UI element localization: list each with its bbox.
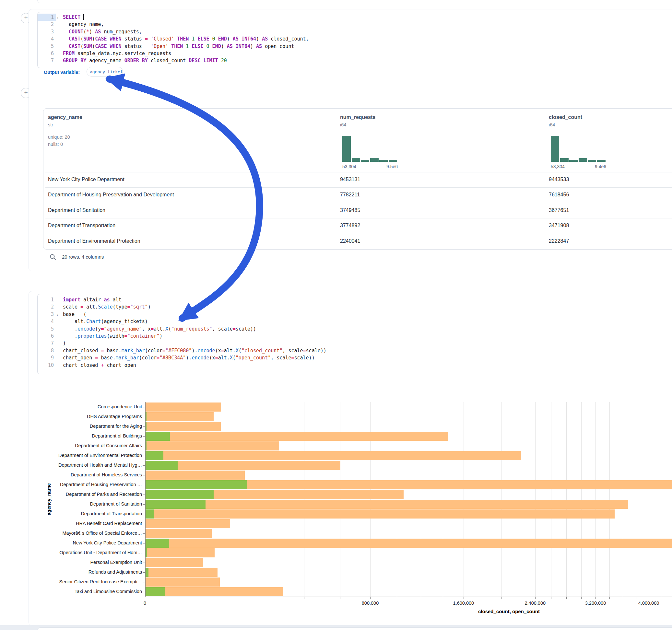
previous-cell-edge xyxy=(37,0,672,3)
code-line[interactable]: 9chart_open = base.mark_bar(color="#8BC3… xyxy=(38,354,672,361)
python-cell: 1import altair as alt2scale = alt.Scale(… xyxy=(28,291,672,626)
code-line[interactable]: 10chart_closed + chart_open xyxy=(38,362,672,369)
code-line[interactable]: 2scale = alt.Scale(type="sqrt") xyxy=(38,303,672,311)
histogram-bar xyxy=(352,158,360,162)
table-cell[interactable]: 9453131 xyxy=(340,177,360,183)
histogram-bar xyxy=(379,160,388,162)
code-line[interactable]: 3∨base = ( xyxy=(38,311,672,318)
histogram-max-label: 9.4e6 xyxy=(583,164,606,169)
line-number: 10 xyxy=(38,362,56,369)
code-line[interactable]: 6 .properties(width="container") xyxy=(38,333,672,340)
table-cell[interactable]: New York City Police Department xyxy=(48,177,124,183)
table-cell[interactable]: 2240041 xyxy=(340,238,360,244)
row-divider xyxy=(45,187,672,188)
code-text[interactable]: ) xyxy=(56,340,66,347)
result-table: agency_namestrunique: 20nulls: 0num_requ… xyxy=(29,9,672,271)
histogram-bar xyxy=(551,136,559,162)
column-dtype: i64 xyxy=(340,122,346,127)
histogram-max-label: 9.5e6 xyxy=(375,164,398,169)
table-cell[interactable]: 7782211 xyxy=(340,192,360,198)
code-text[interactable]: .encode(y="agency_name", x=alt.X("num_re… xyxy=(56,325,256,333)
table-footer: 20 rows, 4 columns xyxy=(62,254,104,260)
histogram-bar xyxy=(361,160,369,162)
table-cell[interactable]: 3774892 xyxy=(340,223,360,228)
line-number: 2 xyxy=(38,303,56,311)
table-cell[interactable]: 3749485 xyxy=(340,208,360,213)
table-cell[interactable]: 3677651 xyxy=(549,208,569,213)
table-cell[interactable]: Department of Environmental Protection xyxy=(48,238,140,244)
line-number: 6 xyxy=(38,333,56,340)
line-number: 4 xyxy=(38,318,56,325)
code-text[interactable]: chart_closed = base.mark_bar(color="#FFC… xyxy=(56,347,327,354)
code-line[interactable]: 1import altair as alt xyxy=(38,296,672,303)
code-line[interactable]: 4 alt.Chart(agency_tickets) xyxy=(38,318,672,325)
code-text[interactable]: base = ( xyxy=(56,311,86,318)
column-header[interactable]: agency_name xyxy=(48,114,82,120)
row-divider xyxy=(45,172,672,172)
histogram-bar xyxy=(597,160,605,162)
histogram-bar xyxy=(579,158,587,162)
fold-chevron-icon[interactable]: ∨ xyxy=(57,311,58,318)
code-text[interactable]: scale = alt.Scale(type="sqrt") xyxy=(56,303,151,311)
histogram-min-label: 53,304 xyxy=(342,164,356,169)
line-number: 3∨ xyxy=(38,311,56,318)
line-number: 1 xyxy=(38,296,56,303)
histogram-bar xyxy=(342,136,351,162)
row-divider xyxy=(45,218,672,218)
table-cell[interactable]: 9443533 xyxy=(549,177,569,183)
code-line[interactable]: 5 .encode(y="agency_name", x=alt.X("num_… xyxy=(38,325,672,333)
histogram-bar xyxy=(569,160,578,162)
table-cell[interactable]: 3471908 xyxy=(549,223,569,228)
histogram-bar xyxy=(389,160,397,162)
column-header[interactable]: closed_count xyxy=(549,114,582,120)
sql-cell: 1∨SELECT2 agency_name,3 COUNT(*) AS num_… xyxy=(28,9,672,271)
row-divider xyxy=(45,234,672,234)
column-dtype: str xyxy=(48,122,53,127)
histogram-bar xyxy=(560,158,569,162)
search-icon[interactable] xyxy=(50,254,56,260)
histogram-min-label: 53,304 xyxy=(551,164,565,169)
histogram-bar xyxy=(588,160,596,162)
code-text[interactable]: chart_closed + chart_open xyxy=(56,362,136,369)
table-cell[interactable]: 2222847 xyxy=(549,238,569,244)
column-stat: nulls: 0 xyxy=(48,142,63,147)
code-text[interactable]: .properties(width="container") xyxy=(56,333,162,340)
line-number: 8 xyxy=(38,347,56,354)
python-editor[interactable]: 1import altair as alt2scale = alt.Scale(… xyxy=(37,294,672,374)
notebook-page: + + 1∨SELECT2 agency_name,3 COUNT(*) AS … xyxy=(0,0,672,630)
table-cell[interactable]: 7618456 xyxy=(549,192,569,198)
column-stat: unique: 20 xyxy=(48,135,70,140)
table-cell[interactable]: Department of Transportation xyxy=(48,223,115,228)
code-text[interactable]: alt.Chart(agency_tickets) xyxy=(56,318,148,325)
table-cell[interactable]: Department of Sanitation xyxy=(48,208,105,213)
line-number: 5 xyxy=(38,325,56,333)
code-text[interactable]: import altair as alt xyxy=(56,296,122,303)
line-number: 7 xyxy=(38,340,56,347)
column-dtype: i64 xyxy=(549,122,555,127)
code-text[interactable]: chart_open = base.mark_bar(color="#8BC34… xyxy=(56,354,315,361)
code-line[interactable]: 8chart_closed = base.mark_bar(color="#FF… xyxy=(38,347,672,354)
line-number: 9 xyxy=(38,354,56,361)
next-cell-edge xyxy=(37,627,672,630)
row-divider xyxy=(45,203,672,203)
table-cell[interactable]: Department of Housing Preservation and D… xyxy=(48,192,174,198)
code-line[interactable]: 7) xyxy=(38,340,672,347)
column-header[interactable]: num_requests xyxy=(340,114,376,120)
histogram-bar xyxy=(370,158,379,162)
